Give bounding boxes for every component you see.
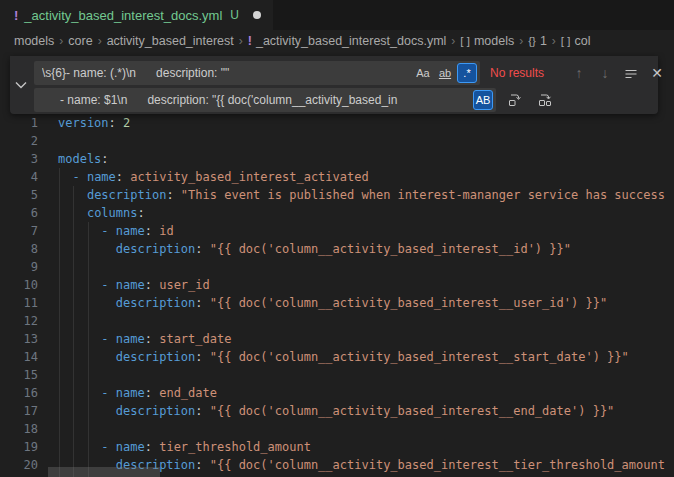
code-line[interactable]: 2 xyxy=(0,132,674,150)
code-line[interactable]: 6 columns: xyxy=(0,204,674,222)
line-number[interactable]: 14 xyxy=(0,348,38,366)
yaml-file-icon: ! xyxy=(14,8,18,23)
line-number[interactable]: 3 xyxy=(0,150,38,168)
code-text: - name: start_date xyxy=(58,332,231,346)
code-text: models: xyxy=(58,152,109,166)
code-line[interactable]: 15 xyxy=(0,366,674,384)
line-number[interactable]: 15 xyxy=(0,366,38,384)
line-number[interactable]: 4 xyxy=(0,168,38,186)
line-number[interactable]: 7 xyxy=(0,222,38,240)
line-number[interactable]: 5 xyxy=(0,186,38,204)
code-line[interactable]: 17 description: "{{ doc('column__activit… xyxy=(0,402,674,420)
preserve-case-button[interactable]: AB xyxy=(473,90,493,110)
chevron-down-icon xyxy=(15,81,27,89)
tab-filename: _activity_based_interest_docs.yml xyxy=(24,8,222,23)
code-line[interactable]: 4 - name: activity_based_interest_activa… xyxy=(0,168,674,186)
close-button[interactable]: ✕ xyxy=(646,62,668,84)
find-replace-widget: \s{6}- name: (.*)\n description: "" Aa a… xyxy=(10,56,658,114)
breadcrumb-separator-icon: › xyxy=(519,34,523,48)
code-line[interactable]: 5 description: "This event is published … xyxy=(0,186,674,204)
line-number[interactable]: 8 xyxy=(0,240,38,258)
breadcrumb-item[interactable]: models xyxy=(14,34,54,48)
breadcrumb-item[interactable]: activity_based_interest xyxy=(107,34,234,48)
code-line[interactable]: 1version: 2 xyxy=(0,114,674,132)
line-number[interactable]: 13 xyxy=(0,330,38,348)
code-line[interactable]: 12 xyxy=(0,312,674,330)
replace-button[interactable] xyxy=(504,89,526,111)
code-text: - name: end_date xyxy=(58,386,217,400)
line-number[interactable]: 18 xyxy=(0,420,38,438)
code-text: description: "{{ doc('column__activity_b… xyxy=(58,350,629,364)
breadcrumb-label: core xyxy=(68,34,92,48)
code-text: version: 2 xyxy=(58,116,130,130)
code-text: description: "{{ doc('column__activity_b… xyxy=(58,296,607,310)
breadcrumb-separator-icon: › xyxy=(239,34,243,48)
code-area[interactable]: 1version: 223models:4 - name: activity_b… xyxy=(0,114,674,474)
line-number[interactable]: 6 xyxy=(0,204,38,222)
code-text: - name: id xyxy=(58,224,174,238)
code-line[interactable]: 13 - name: start_date xyxy=(0,330,674,348)
find-in-selection-button[interactable] xyxy=(620,62,642,84)
breadcrumb-label: models xyxy=(474,34,514,48)
whole-word-button[interactable]: ab xyxy=(435,63,455,83)
code-line[interactable]: 8 description: "{{ doc('column__activity… xyxy=(0,240,674,258)
breadcrumb-item[interactable]: [ ]models xyxy=(460,34,514,48)
replace-all-button[interactable] xyxy=(534,89,556,111)
line-number[interactable]: 2 xyxy=(0,132,38,150)
editor[interactable]: 1version: 223models:4 - name: activity_b… xyxy=(0,52,674,477)
replace-input-value: - name: $1\n description: "{{ doc('colum… xyxy=(42,93,469,107)
breadcrumb: models›core›activity_based_interest›!_ac… xyxy=(0,30,674,52)
code-line[interactable]: 18 xyxy=(0,420,674,438)
breadcrumb-item[interactable]: {}1 xyxy=(528,34,547,48)
line-number[interactable]: 11 xyxy=(0,294,38,312)
code-line[interactable]: 14 description: "{{ doc('column__activit… xyxy=(0,348,674,366)
toggle-replace-button[interactable] xyxy=(10,56,32,114)
array-symbol-icon: [ ] xyxy=(460,35,470,47)
code-line[interactable]: 19 - name: tier_threshold_amount xyxy=(0,438,674,456)
breadcrumb-label: activity_based_interest xyxy=(107,34,234,48)
arrow-down-icon: ↓ xyxy=(602,65,609,81)
code-line[interactable]: 9 xyxy=(0,258,674,276)
line-number[interactable]: 9 xyxy=(0,258,38,276)
code-line[interactable]: 16 - name: end_date xyxy=(0,384,674,402)
line-number[interactable]: 17 xyxy=(0,402,38,420)
breadcrumb-separator-icon: › xyxy=(451,34,455,48)
array-symbol-icon: [ ] xyxy=(561,35,571,47)
breadcrumb-item[interactable]: [ ]col xyxy=(561,34,591,48)
replace-icon xyxy=(507,92,523,108)
horizontal-scrollbar[interactable] xyxy=(48,467,160,477)
code-line[interactable]: 3models: xyxy=(0,150,674,168)
line-number[interactable]: 10 xyxy=(0,276,38,294)
line-number[interactable]: 19 xyxy=(0,438,38,456)
find-input[interactable]: \s{6}- name: (.*)\n description: "" Aa a… xyxy=(34,61,480,85)
code-line[interactable]: 11 description: "{{ doc('column__activit… xyxy=(0,294,674,312)
code-text: - name: tier_threshold_amount xyxy=(58,440,311,454)
breadcrumb-item[interactable]: core xyxy=(68,34,92,48)
code-text: description: "This event is published wh… xyxy=(58,188,665,202)
code-line[interactable]: 7 - name: id xyxy=(0,222,674,240)
replace-input[interactable]: - name: $1\n description: "{{ doc('colum… xyxy=(34,88,496,112)
tab-active-file[interactable]: ! _activity_based_interest_docs.yml U xyxy=(0,0,273,30)
code-line[interactable]: 10 - name: user_id xyxy=(0,276,674,294)
breadcrumb-separator-icon: › xyxy=(98,34,102,48)
find-results-label: No results xyxy=(490,66,552,80)
breadcrumb-separator-icon: › xyxy=(59,34,63,48)
code-text: - name: user_id xyxy=(58,278,210,292)
selection-lines-icon xyxy=(624,66,638,80)
line-number[interactable]: 12 xyxy=(0,312,38,330)
line-number[interactable]: 20 xyxy=(0,456,38,474)
breadcrumb-label: 1 xyxy=(540,34,547,48)
code-text: description: "{{ doc('column__activity_b… xyxy=(58,404,614,418)
modified-dot-icon[interactable] xyxy=(253,11,261,19)
breadcrumb-label: models xyxy=(14,34,54,48)
previous-match-button[interactable]: ↑ xyxy=(568,62,590,84)
breadcrumb-item[interactable]: !_activity_based_interest_docs.yml xyxy=(248,34,447,48)
line-number[interactable]: 16 xyxy=(0,384,38,402)
next-match-button[interactable]: ↓ xyxy=(594,62,616,84)
arrow-up-icon: ↑ xyxy=(576,65,583,81)
breadcrumb-label: _activity_based_interest_docs.yml xyxy=(256,34,446,48)
breadcrumb-separator-icon: › xyxy=(552,34,556,48)
match-case-button[interactable]: Aa xyxy=(413,63,433,83)
line-number[interactable]: 1 xyxy=(0,114,38,132)
regex-button[interactable]: .* xyxy=(457,63,477,83)
